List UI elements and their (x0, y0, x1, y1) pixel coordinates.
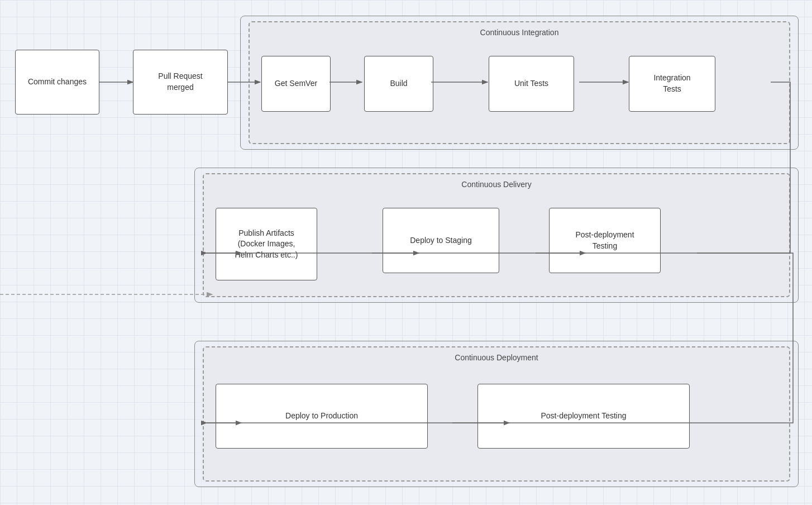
integration-tests-node: IntegrationTests (629, 56, 715, 112)
cdp-label: Continuous Deployment (455, 353, 538, 362)
build-node: Build (364, 56, 433, 112)
deploy-staging-node: Deploy to Staging (383, 208, 499, 273)
deploy-production-node: Deploy to Production (216, 384, 428, 449)
post-deploy-testing-cd-node: Post-deploymentTesting (549, 208, 661, 273)
ci-label: Continuous Integration (480, 28, 559, 37)
unit-tests-node: Unit Tests (489, 56, 574, 112)
commit-node: Commit changes (15, 50, 99, 115)
diagram-canvas: Commit changes Pull Requestmerged Contin… (0, 0, 812, 505)
get-semver-node: Get SemVer (261, 56, 331, 112)
post-deploy-testing-cdp-node: Post-deployment Testing (477, 384, 690, 449)
cdp-group: Continuous Deployment Deploy to Producti… (203, 346, 790, 482)
publish-artifacts-node: Publish Artifacts(Docker Images,Helm Cha… (216, 208, 317, 280)
ci-group: Continuous Integration Get SemVer Build … (249, 21, 790, 144)
pr-merged-node: Pull Requestmerged (133, 50, 228, 115)
cd-label: Continuous Delivery (461, 180, 531, 189)
cd-group: Continuous Delivery Publish Artifacts(Do… (203, 173, 790, 297)
